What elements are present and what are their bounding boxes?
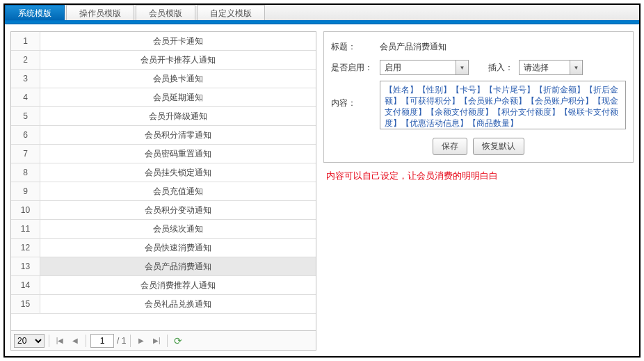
table-row[interactable]: 14会员消费推荐人通知 <box>11 276 316 295</box>
enabled-label: 是否启用： <box>331 62 380 74</box>
insert-label: 插入： <box>488 62 513 74</box>
row-name: 会员升降级通知 <box>40 107 316 125</box>
table-row[interactable]: 7会员密码重置通知 <box>11 145 316 163</box>
row-name: 会员续次通知 <box>40 220 316 238</box>
pager-next-icon[interactable]: ▶ <box>135 335 147 347</box>
row-name: 会员挂失锁定通知 <box>40 163 316 182</box>
row-name: 会员消费推荐人通知 <box>40 276 316 294</box>
template-list: 1会员开卡通知2会员开卡推荐人通知3会员换卡通知4会员延期通知5会员升降级通知6… <box>10 31 316 331</box>
row-number: 9 <box>11 182 40 200</box>
tab-system-template[interactable]: 系统模版 <box>5 5 65 20</box>
table-row[interactable]: 5会员升降级通知 <box>11 107 316 126</box>
title-value: 会员产品消费通知 <box>380 41 626 53</box>
row-name: 会员开卡推荐人通知 <box>40 51 316 69</box>
row-name: 会员产品消费通知 <box>40 257 316 275</box>
table-row[interactable]: 11会员续次通知 <box>11 220 316 239</box>
save-button[interactable]: 保存 <box>433 138 467 155</box>
pager-page-input[interactable] <box>90 334 114 348</box>
tab-custom-template[interactable]: 自定义模版 <box>197 5 265 20</box>
pager-first-icon[interactable]: |◀ <box>54 335 66 347</box>
row-name: 会员积分变动通知 <box>40 201 316 219</box>
note-text: 内容可以自己设定，让会员消费的明明白白 <box>323 170 634 182</box>
table-row[interactable]: 15会员礼品兑换通知 <box>11 295 316 314</box>
row-number: 6 <box>11 126 40 144</box>
pager-total-label: / 1 <box>117 336 126 346</box>
table-row[interactable]: 2会员开卡推荐人通知 <box>11 51 316 70</box>
row-number: 2 <box>11 51 40 69</box>
tab-bar: 系统模版 操作员模版 会员模版 自定义模版 <box>5 5 639 22</box>
row-number: 15 <box>11 295 40 313</box>
insert-select[interactable]: 请选择 ▼ <box>519 60 583 75</box>
row-name: 会员积分清零通知 <box>40 126 316 144</box>
row-name: 会员快速消费通知 <box>40 239 316 257</box>
row-number: 5 <box>11 107 40 125</box>
content-textarea[interactable]: 【姓名】【性别】【卡号】【卡片尾号】【折前金额】【折后金额】【可获得积分】【会员… <box>380 81 626 129</box>
row-number: 8 <box>11 163 40 182</box>
row-name: 会员延期通知 <box>40 88 316 106</box>
row-number: 12 <box>11 239 40 257</box>
pager-refresh-icon[interactable]: ⟳ <box>172 335 184 347</box>
template-form: 标题： 会员产品消费通知 是否启用： 启用 ▼ 插入： 请选择 <box>323 31 634 163</box>
row-number: 3 <box>11 70 40 88</box>
pager: 20 |◀ ◀ / 1 ▶ ▶| ⟳ <box>10 331 316 351</box>
table-row[interactable]: 10会员积分变动通知 <box>11 201 316 220</box>
row-number: 1 <box>11 32 40 50</box>
table-row[interactable]: 8会员挂失锁定通知 <box>11 163 316 182</box>
enabled-select[interactable]: 启用 ▼ <box>380 60 469 75</box>
pager-last-icon[interactable]: ▶| <box>150 335 163 347</box>
tab-member-template[interactable]: 会员模版 <box>136 5 195 20</box>
row-name: 会员开卡通知 <box>40 32 316 50</box>
pager-prev-icon[interactable]: ◀ <box>69 335 81 347</box>
page-size-select[interactable]: 20 <box>14 334 45 348</box>
reset-button[interactable]: 恢复默认 <box>473 138 524 155</box>
content-label: 内容： <box>331 81 380 109</box>
row-name: 会员礼品兑换通知 <box>40 295 316 313</box>
row-number: 4 <box>11 88 40 106</box>
row-name: 会员换卡通知 <box>40 70 316 88</box>
row-number: 13 <box>11 257 40 275</box>
table-row[interactable]: 3会员换卡通知 <box>11 70 316 88</box>
tab-operator-template[interactable]: 操作员模版 <box>66 5 134 20</box>
title-label: 标题： <box>331 41 380 53</box>
chevron-down-icon: ▼ <box>570 61 582 74</box>
table-row[interactable]: 6会员积分清零通知 <box>11 126 316 145</box>
row-number: 7 <box>11 145 40 163</box>
row-number: 14 <box>11 276 40 294</box>
table-row[interactable]: 13会员产品消费通知 <box>11 257 316 276</box>
table-row[interactable]: 12会员快速消费通知 <box>11 239 316 257</box>
row-name: 会员充值通知 <box>40 182 316 200</box>
row-name: 会员密码重置通知 <box>40 145 316 163</box>
table-row[interactable]: 1会员开卡通知 <box>11 32 316 51</box>
row-number: 10 <box>11 201 40 219</box>
row-number: 11 <box>11 220 40 238</box>
chevron-down-icon: ▼ <box>456 61 468 74</box>
table-row[interactable]: 9会员充值通知 <box>11 182 316 201</box>
table-row[interactable]: 4会员延期通知 <box>11 88 316 107</box>
